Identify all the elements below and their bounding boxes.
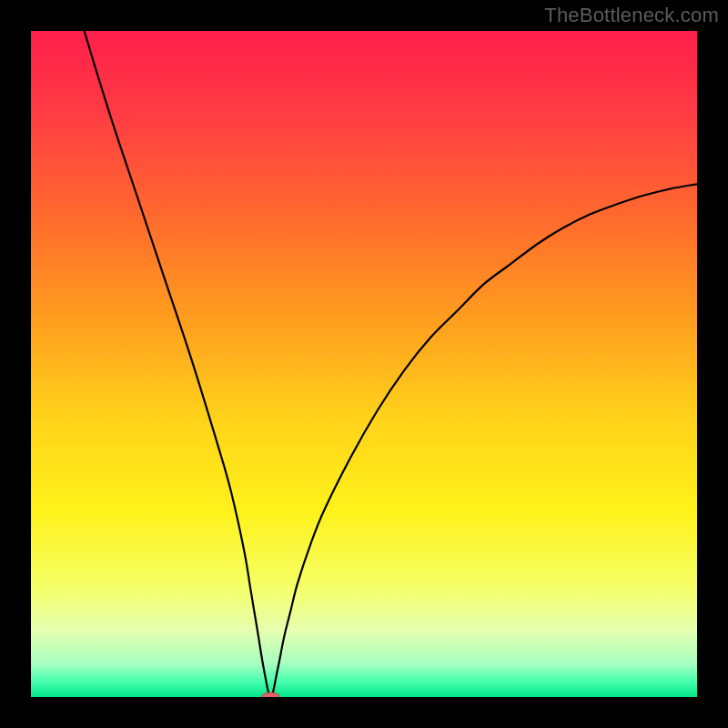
- plot-area: [31, 31, 697, 697]
- gradient-background: [31, 31, 697, 697]
- bottleneck-chart-svg: [31, 31, 697, 697]
- chart-frame: TheBottleneck.com: [0, 0, 728, 728]
- watermark-text: TheBottleneck.com: [544, 4, 719, 27]
